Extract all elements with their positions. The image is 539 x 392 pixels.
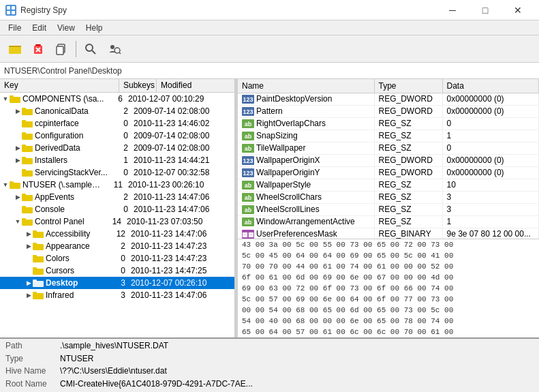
hex-row: 5c 00 45 00 64 00 64 00 69 00 65 00 5c 0… [242, 252, 535, 262]
reg-row-type: REG_SZ [374, 215, 442, 228]
find-user-button[interactable] [103, 38, 125, 60]
tree-row-subkeys: 6 [104, 94, 128, 104]
folder-icon [22, 107, 33, 115]
tree-expand-icon[interactable]: ▼ [1, 181, 10, 189]
svg-rect-32 [10, 183, 20, 189]
tree-row-subkeys: 0 [110, 131, 134, 140]
svg-rect-33 [10, 181, 14, 183]
registry-table[interactable]: Name Type Data 123PaintDesktopVersionREG… [238, 79, 539, 239]
svg-rect-40 [33, 232, 44, 238]
close-button[interactable]: ✕ [502, 0, 534, 20]
tree-expand-icon[interactable]: ▼ [1, 95, 10, 103]
tree-expand-icon[interactable]: ▶ [25, 279, 33, 287]
registry-row[interactable]: abWheelScrollLinesREG_SZ3 [238, 203, 539, 215]
registry-row[interactable]: abSnapSizingREG_SZ1 [238, 130, 539, 142]
reg-row-name: abWheelScrollChars [238, 191, 374, 203]
root-value: CMI-CreateHive{6A1C4018-979D-4291-A7DC-7… [60, 379, 534, 391]
string-icon: ab [242, 181, 254, 190]
svg-rect-45 [33, 255, 37, 257]
tree-expand-icon[interactable]: ▶ [25, 230, 33, 238]
copy-button[interactable] [50, 38, 72, 60]
registry-row[interactable]: abWheelScrollCharsREG_SZ3 [238, 191, 539, 203]
tree-expand-icon[interactable]: ▶ [14, 144, 22, 152]
tree-row[interactable]: ▶ ccpinterface 0 2010-11-23 14:46:02 [0, 117, 234, 130]
tree-row[interactable]: ▶ Cursors 0 2010-11-23 14:47:25 [0, 265, 234, 277]
delete-button[interactable] [27, 38, 49, 60]
tree-expand-icon[interactable]: ▶ [14, 107, 22, 115]
hex-row: 00 00 54 00 68 00 65 00 6d 00 65 00 73 0… [242, 306, 535, 317]
reg-row-data: 0x00000000 (0) [442, 166, 539, 179]
tree-row-label: Desktop [46, 278, 107, 288]
tree-row[interactable]: ▶ Console 0 2010-11-23 14:47:06 [0, 203, 234, 215]
svg-rect-27 [22, 145, 26, 147]
reg-row-type: REG_DWORD [374, 166, 442, 179]
svg-line-14 [92, 50, 95, 54]
registry-row[interactable]: ▦▦UserPreferencesMaskREG_BINARY9e 3e 07 … [238, 228, 539, 239]
tree-expand-icon[interactable]: ▶ [14, 193, 22, 201]
tree-row[interactable]: ▶ Installers 1 2010-11-23 14:44:21 [0, 154, 234, 166]
search-button[interactable] [80, 38, 102, 60]
menu-view[interactable]: View [52, 22, 80, 34]
reg-col-data: Data [442, 79, 539, 93]
tree-row-label: Colors [46, 254, 107, 263]
svg-rect-25 [22, 132, 26, 134]
registry-row[interactable]: abRightOverlapCharsREG_SZ0 [238, 117, 539, 130]
menu-help[interactable]: Help [80, 22, 108, 34]
hex-row: 69 00 63 00 72 00 6f 00 73 00 6f 00 66 0… [242, 284, 535, 295]
folder-icon [22, 168, 33, 177]
tree-row[interactable]: ▶ Infrared 3 2010-11-23 14:47:06 [0, 289, 234, 301]
tree-row[interactable]: ▶ Appearance 2 2010-11-23 14:47:23 [0, 240, 234, 252]
reg-row-name: abRightOverlapChars [238, 117, 374, 130]
tree-row[interactable]: ▶ Configuration 0 2009-07-14 02:08:00 [0, 130, 234, 142]
tree-row-selected[interactable]: ▶ Desktop 3 2010-12-07 00:26:10 [0, 277, 234, 289]
status-bar: Path .\sample_hives\NTUSER.DAT Type NTUS… [0, 337, 539, 392]
tree-row-label: Cursors [46, 266, 107, 275]
path-label: Path [5, 341, 60, 352]
svg-rect-21 [22, 108, 26, 110]
registry-row[interactable]: 123PaintDesktopVersionREG_DWORD0x0000000… [238, 93, 539, 105]
tree-row-modified: 2010-12-07 00:26:10 [131, 278, 206, 288]
svg-rect-31 [22, 169, 26, 171]
tree-row-label: Configuration [35, 131, 110, 140]
svg-rect-3 [12, 11, 15, 14]
menu-edit[interactable]: Edit [27, 22, 52, 34]
tree-col-key: Key [0, 79, 119, 92]
tree-expand-icon[interactable]: ▶ [25, 242, 33, 250]
tree-row[interactable]: ▼ Control Panel 14 2010-11-23 07:03:50 [0, 215, 234, 228]
tree-row[interactable]: ▶ AppEvents 2 2010-11-23 14:47:06 [0, 191, 234, 203]
reg-row-data: 3 [442, 191, 539, 203]
tree-row[interactable]: ▶ DerivedData 2 2009-07-14 02:08:00 [0, 142, 234, 154]
type-label: Type [5, 354, 60, 365]
registry-row[interactable]: abWallpaperStyleREG_SZ10 [238, 179, 539, 191]
registry-row[interactable]: 123WallpaperOriginYREG_DWORD0x00000000 (… [238, 166, 539, 179]
tree-expand-icon[interactable]: ▶ [14, 156, 22, 164]
reg-row-type: REG_SZ [374, 179, 442, 191]
folder-icon [33, 291, 44, 299]
registry-row[interactable]: abTileWallpaperREG_SZ0 [238, 142, 539, 154]
registry-row[interactable]: 123WallpaperOriginXREG_DWORD0x00000000 (… [238, 154, 539, 166]
tree-row[interactable]: ▼ COMPONENTS (\sa... 6 2010-12-07 00:10:… [0, 93, 234, 105]
tree-row[interactable]: ▶ CanonicalData 2 2009-07-14 02:08:00 [0, 105, 234, 117]
reg-row-name: 123Pattern [238, 105, 374, 117]
registry-row[interactable]: 123PatternREG_DWORD0x00000000 (0) [238, 105, 539, 117]
svg-rect-2 [7, 11, 10, 14]
tree-scroll[interactable]: ▼ COMPONENTS (\sa... 6 2010-12-07 00:10:… [0, 93, 234, 337]
tree-expand-icon[interactable]: ▼ [14, 217, 22, 226]
open-button[interactable] [4, 38, 26, 60]
menu-file[interactable]: File [3, 22, 27, 34]
tree-row[interactable]: ▶ ServicingStackVer... 0 2010-12-07 00:3… [0, 166, 234, 179]
minimize-button[interactable]: ─ [437, 0, 468, 20]
tree-row-label: Console [35, 205, 110, 214]
tree-row[interactable]: ▼ NTUSER (\.sample_hiv... 11 2010-11-23 … [0, 179, 234, 191]
tree-row-modified: 2010-11-23 14:44:21 [134, 155, 209, 165]
maximize-button[interactable]: □ [469, 0, 501, 20]
tree-row-subkeys: 3 [107, 278, 131, 288]
reg-row-data: 0x00000000 (0) [442, 93, 539, 105]
svg-rect-35 [22, 194, 26, 196]
tree-row[interactable]: ▶ Colors 0 2010-11-23 14:47:23 [0, 252, 234, 265]
tree-row-label: ServicingStackVer... [35, 168, 110, 177]
tree-row[interactable]: ▶ Accessibility 12 2010-11-23 14:47:06 [0, 228, 234, 240]
tree-expand-icon[interactable]: ▶ [25, 291, 33, 299]
registry-row[interactable]: abWindowArrangementActiveREG_SZ1 [238, 215, 539, 228]
tree-row-subkeys: 12 [107, 229, 131, 239]
